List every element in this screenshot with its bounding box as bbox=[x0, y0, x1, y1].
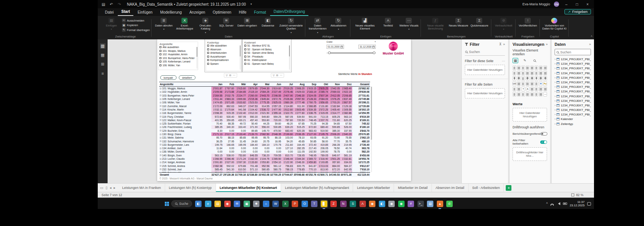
matrix-cell[interactable]: 0.00 bbox=[223, 147, 235, 150]
undo-icon[interactable]: ↶ bbox=[109, 2, 114, 7]
row-expand-icon[interactable] bbox=[160, 137, 161, 139]
qa-visual-icon[interactable]: ? bbox=[521, 87, 525, 91]
table-list-item[interactable]: ›1234_PROJEKT_PBI_Bu... bbox=[555, 76, 591, 79]
detailliert-button[interactable]: detailliert bbox=[179, 75, 195, 80]
power-apps-icon[interactable] bbox=[539, 87, 543, 91]
row-expand-icon[interactable] bbox=[160, 148, 161, 149]
matrix-cell[interactable]: 8.30 bbox=[211, 129, 223, 132]
matrix-cell[interactable]: 2'199.60 bbox=[282, 132, 294, 136]
matrix-cell[interactable]: 164.45 bbox=[294, 143, 305, 147]
expand-chevron-icon[interactable]: › bbox=[555, 90, 555, 93]
matrix-cell[interactable]: 170.75 bbox=[270, 143, 282, 147]
slicer-kostenart[interactable]: Kostenart51 : Monteur EFZ SL52 : Spesen … bbox=[243, 40, 291, 71]
matrix-cell[interactable]: 1'102.40 bbox=[235, 111, 247, 115]
matrix-cell[interactable]: 1'366.85 bbox=[305, 104, 317, 108]
firefox-icon[interactable]: ◉ bbox=[368, 200, 376, 208]
matrix-cell[interactable]: 1'012.00 bbox=[247, 111, 258, 115]
funnel-chart-icon[interactable] bbox=[539, 71, 543, 75]
start-button[interactable] bbox=[165, 202, 169, 206]
matrix-cell[interactable]: 1'867.57 bbox=[341, 101, 352, 104]
taskbar-search[interactable]: Suche bbox=[171, 200, 192, 207]
key-influencers-icon[interactable] bbox=[513, 87, 516, 91]
row-expand-icon[interactable] bbox=[160, 119, 161, 121]
matrix-cell[interactable]: 592.02 bbox=[223, 164, 235, 168]
clustered-column-chart-icon[interactable] bbox=[530, 65, 534, 70]
matrix-cell[interactable]: 68.35 bbox=[223, 122, 235, 125]
matrix-cell[interactable]: 1'054.10 bbox=[270, 161, 282, 164]
mail-icon[interactable]: ✉ bbox=[233, 200, 241, 208]
table-list-item[interactable]: ›1234_PROJEKT_PBI_Ko... bbox=[555, 95, 591, 98]
matrix-cell[interactable]: 2'026.66 bbox=[282, 97, 294, 101]
matrix-cell[interactable]: 199.90 bbox=[317, 150, 329, 153]
matrix-cell[interactable]: 165.95 bbox=[235, 143, 247, 147]
matrix-row-label[interactable]: 103: Bumgartner, Hans-Peter bbox=[159, 94, 211, 97]
matrix-cell[interactable]: 689.40 bbox=[317, 125, 329, 129]
matrix-cell[interactable]: 641.87 bbox=[305, 164, 317, 168]
table-view-icon[interactable]: ▦ bbox=[100, 52, 106, 58]
matrix-cell[interactable]: 24.60 bbox=[247, 139, 258, 143]
checkbox-icon[interactable] bbox=[244, 56, 246, 58]
metrics-icon[interactable] bbox=[530, 87, 534, 91]
matrix-cell[interactable]: 724.50 bbox=[247, 171, 258, 172]
matrix-cell[interactable]: 748.95 bbox=[305, 154, 317, 157]
vlc-icon[interactable]: ▲ bbox=[436, 200, 444, 208]
matrix-cell[interactable]: 0.00 bbox=[247, 150, 258, 153]
wifi-icon[interactable] bbox=[550, 204, 554, 206]
focus-mode-icon[interactable]: ⊡ bbox=[276, 74, 278, 77]
row-expand-icon[interactable] bbox=[160, 158, 161, 160]
taskbar-clock[interactable]: 11:37 23.12.2025 bbox=[570, 200, 585, 207]
matrix-cell[interactable]: 1'266.46 bbox=[223, 157, 235, 161]
matrix-cell[interactable]: 944.50 bbox=[270, 171, 282, 172]
matrix-cell[interactable]: 1'098.39 bbox=[211, 111, 223, 115]
matrix-cell[interactable]: 1'929.03 bbox=[294, 90, 305, 94]
page-tab-leistungen-ma-h-kostentyp[interactable]: Leistungen MA (h) Kostentyp bbox=[165, 184, 216, 192]
filter-search-input[interactable]: Suchen bbox=[465, 48, 505, 56]
python-visual-icon[interactable]: Py bbox=[543, 81, 547, 86]
matrix-cell[interactable]: 1'837.49 bbox=[341, 97, 352, 101]
onenote-icon[interactable]: N bbox=[339, 200, 347, 208]
matrix-cell[interactable]: 266.35 bbox=[329, 143, 341, 147]
matrix-cell[interactable]: 2'205.58 bbox=[211, 90, 223, 94]
matrix-cell[interactable]: 0.00 bbox=[223, 129, 235, 132]
treemap-icon[interactable] bbox=[521, 76, 525, 81]
matrix-cell[interactable]: 2'048.35 bbox=[270, 132, 282, 136]
matrix-cell[interactable]: 591.00 bbox=[305, 115, 317, 118]
matrix-cell[interactable]: 59.60 bbox=[270, 122, 282, 125]
matrix-cell[interactable]: 2'032.75 bbox=[223, 94, 235, 97]
matrix-cell[interactable]: 2'407.90 bbox=[282, 94, 294, 97]
matrix-visual[interactable]: AngestellteJanFebMärAprMaiJunJulAugSepOk… bbox=[159, 82, 370, 177]
matrix-cell[interactable]: 333.40 bbox=[235, 125, 247, 129]
matrix-cell[interactable]: 1'633.82 bbox=[235, 101, 247, 104]
matrix-cell[interactable]: 2'269.55 bbox=[211, 94, 223, 97]
matrix-cell[interactable]: 1'671.65 bbox=[223, 101, 235, 104]
matrix-row-label[interactable]: 136: Müller, Dominik bbox=[159, 150, 211, 153]
ribbon-tab-start[interactable]: Start bbox=[118, 8, 133, 16]
settings-icon[interactable]: ✱ bbox=[252, 200, 260, 208]
matrix-cell[interactable]: 94.35 bbox=[317, 122, 329, 125]
whatsapp-icon[interactable]: ✆ bbox=[445, 200, 453, 208]
matrix-cell[interactable]: 70.40 bbox=[211, 122, 223, 125]
matrix-cell[interactable]: 2'069.03 bbox=[329, 90, 341, 94]
matrix-cell[interactable]: 672.20 bbox=[329, 168, 341, 171]
page-tab-leistungen-mitarbeiter-h-kostenart[interactable]: Leistungen Mitarbeiter (h) Kostenart bbox=[216, 184, 281, 192]
scroll-tabs-left-icon[interactable]: ◂ bbox=[109, 186, 111, 190]
dax-query-view-icon[interactable]: ≡ bbox=[100, 70, 106, 76]
matrix-cell[interactable]: 585.45 bbox=[211, 168, 223, 171]
table-list-item[interactable]: ›1234_PROJEKT_PBI_SL... bbox=[555, 113, 591, 116]
slicer-item[interactable]: Auszahlungen bbox=[207, 55, 240, 58]
matrix-cell[interactable]: 519.50 bbox=[317, 129, 329, 132]
scroll-tabs-right-icon[interactable]: ▸ bbox=[114, 186, 116, 190]
matrix-cell[interactable]: 1'265.50 bbox=[270, 157, 282, 161]
date-range-slider[interactable] bbox=[327, 53, 376, 53]
date-slicer-dropdown-icon[interactable]: ▾ bbox=[375, 40, 376, 44]
matrix-cell[interactable]: 2'298.55 bbox=[270, 94, 282, 97]
stacked-area-chart-icon[interactable] bbox=[513, 71, 516, 75]
ribbon-tab-daten-drillvorgang[interactable]: Daten/Drillvorgang bbox=[270, 8, 308, 16]
edge-icon[interactable]: e bbox=[204, 200, 212, 208]
matrix-cell[interactable]: 385.30 bbox=[329, 129, 341, 132]
kopieren-button[interactable]: ▣Kopieren bbox=[122, 23, 150, 27]
notification-center-icon[interactable] bbox=[587, 202, 591, 206]
expand-chevron-icon[interactable]: › bbox=[555, 58, 555, 61]
row-expand-icon[interactable] bbox=[160, 162, 161, 163]
matrix-cell[interactable]: 340.30 bbox=[223, 125, 235, 129]
